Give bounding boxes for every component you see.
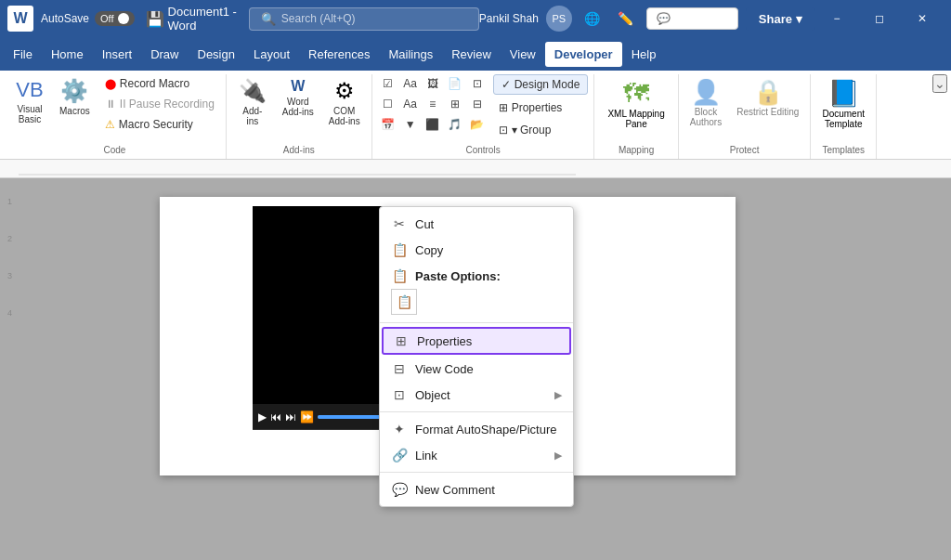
titlebar: W AutoSave Off 💾 Document1 - Word 🔍 Pank… (0, 0, 951, 37)
close-button[interactable]: ✕ (901, 4, 944, 33)
code-group-content: VB VisualBasic ⚙️ Macros ⬤ Record Macro … (9, 74, 220, 143)
ctrl-check-icon[interactable]: ☑ (378, 74, 398, 93)
menu-file[interactable]: File (4, 42, 42, 67)
menu-draw[interactable]: Draw (141, 42, 188, 67)
search-input[interactable] (281, 12, 467, 25)
pause-label: II Pause Recording (120, 98, 215, 111)
ctrl-date-icon[interactable]: 📅 (378, 115, 398, 134)
menu-review[interactable]: Review (442, 42, 501, 67)
ctrl-legacy-icon[interactable]: 📄 (445, 74, 465, 93)
properties-icon: ⊞ (499, 101, 508, 114)
design-mode-check: ✓ (502, 78, 511, 91)
user-name: Pankil Shah (479, 12, 539, 25)
ctrl-block-icon[interactable]: ⬛ (423, 115, 443, 134)
macros-label: Macros (59, 106, 90, 116)
fast-fwd-button[interactable]: ⏩ (300, 410, 314, 423)
addins-group-label: Add-ins (232, 143, 366, 159)
link-arrow: ▶ (554, 449, 562, 462)
ctrl-image-icon[interactable]: 🖼 (423, 74, 443, 93)
code-group-label: Code (9, 143, 220, 159)
macro-security-button[interactable]: ⚠ Macro Security (99, 115, 220, 134)
globe-icon[interactable]: 🌐 (580, 6, 606, 32)
menu-developer[interactable]: Developer (545, 42, 622, 67)
menu-help[interactable]: Help (622, 42, 666, 67)
ctx-properties[interactable]: ⊞ Properties (382, 327, 571, 355)
ctx-cut[interactable]: ✂ Cut (380, 211, 573, 237)
ctrl-text-icon[interactable]: Aa (400, 74, 421, 93)
templates-group-content: 📘 DocumentTemplate (816, 74, 870, 143)
ctrl-combo-icon[interactable]: ▼ (400, 115, 421, 134)
restore-button[interactable]: ◻ (858, 4, 901, 33)
menu-view[interactable]: View (501, 42, 545, 67)
minimize-button[interactable]: − (815, 4, 858, 33)
search-box[interactable]: 🔍 (249, 7, 479, 31)
doc-title: Document1 - Word (168, 5, 241, 33)
next-button[interactable]: ⏭ (285, 410, 296, 423)
menu-home[interactable]: Home (42, 42, 93, 67)
link-icon: 🔗 (391, 448, 408, 462)
ctrl-text2-icon[interactable]: Aa (400, 95, 421, 113)
com-addins-icon: ⚙ (334, 78, 355, 104)
visual-basic-button[interactable]: VB VisualBasic (9, 74, 50, 128)
ctrl-grid-icon[interactable]: ⊞ (445, 95, 465, 113)
xml-mapping-button[interactable]: 🗺 XML MappingPane (600, 74, 671, 133)
com-addins-button[interactable]: ⚙ COMAdd-ins (323, 74, 366, 130)
share-label: Share (759, 12, 792, 26)
pen-icon[interactable]: ✏️ (613, 6, 639, 32)
menu-references[interactable]: References (299, 42, 379, 67)
prev-button[interactable]: ⏮ (270, 410, 281, 423)
menu-design[interactable]: Design (189, 42, 244, 67)
titlebar-right: Pankil Shah PS 🌐 ✏️ 💬 Comments Share ▾ (479, 6, 815, 32)
record-macro-button[interactable]: ⬤ Record Macro (99, 74, 220, 93)
ctx-new-comment[interactable]: 💬 New Comment (380, 476, 573, 502)
properties-label: Properties (512, 101, 563, 114)
pause-recording-button[interactable]: ⏸ II Pause Recording (99, 95, 220, 113)
ctrl-extra1-icon[interactable]: ⊡ (467, 74, 488, 93)
ctrl-extra4-icon[interactable]: 📂 (467, 115, 488, 134)
group-button[interactable]: ⊡ ▾ Group (493, 121, 589, 139)
ctx-copy[interactable]: 📋 Copy (380, 237, 573, 263)
ctrl-check2-icon[interactable]: ☐ (378, 95, 398, 113)
menu-insert[interactable]: Insert (93, 42, 142, 67)
ctrl-extra2-icon[interactable]: ⊟ (467, 95, 488, 113)
addins-button[interactable]: 🔌 Add-ins (232, 74, 273, 130)
ctx-link[interactable]: 🔗 Link ▶ (380, 442, 573, 468)
document-area: 1234 ▶ ⏮ ⏭ ⏩ ✂ Cut 📋 Copy (0, 178, 951, 560)
macros-button[interactable]: ⚙️ Macros (54, 74, 96, 128)
ribbon-collapse-button[interactable]: ⌄ (932, 74, 947, 93)
menu-mailings[interactable]: Mailings (380, 42, 443, 67)
view-code-icon: ⊟ (391, 361, 408, 376)
autosave-toggle[interactable]: Off (95, 11, 134, 26)
properties-button[interactable]: ⊞ Properties (493, 98, 589, 117)
restrict-editing-label: Restrict Editing (736, 107, 799, 117)
word-addins-button[interactable]: W WordAdd-ins (277, 74, 319, 121)
restrict-editing-button[interactable]: 🔒 Restrict Editing (731, 74, 804, 121)
controls-group-label: Controls (378, 143, 589, 159)
play-button[interactable]: ▶ (258, 410, 267, 423)
paste-header-icon: 📋 (391, 268, 408, 283)
share-button[interactable]: Share ▾ (746, 7, 815, 31)
menu-layout[interactable]: Layout (244, 42, 299, 67)
paste-icon-box[interactable]: 📋 (391, 289, 417, 315)
separator-3 (380, 472, 573, 473)
ctx-properties-label: Properties (417, 334, 560, 348)
ctx-object[interactable]: ⊡ Object ▶ (380, 382, 573, 408)
document-template-button[interactable]: 📘 DocumentTemplate (816, 74, 870, 133)
ctx-object-label: Object (415, 388, 547, 402)
comments-button[interactable]: 💬 Comments (646, 7, 738, 30)
menubar: File Home Insert Draw Design Layout Refe… (0, 37, 951, 71)
user-avatar: PS (546, 6, 572, 32)
ctx-format-autoshape[interactable]: ✦ Format AutoShape/Picture (380, 416, 573, 442)
block-authors-button[interactable]: 👤 BlockAuthors (684, 74, 727, 131)
window-controls: − ◻ ✕ (815, 4, 944, 33)
ctrl-list-icon[interactable]: ≡ (423, 95, 443, 113)
design-mode-button[interactable]: ✓ Design Mode (493, 74, 589, 95)
addins-group-content: 🔌 Add-ins W WordAdd-ins ⚙ COMAdd-ins (232, 74, 366, 143)
ctrl-extra3-icon[interactable]: 🎵 (445, 115, 465, 134)
ribbon-group-mapping: 🗺 XML MappingPane Mapping (594, 74, 678, 159)
paste-options-row: 📋 (380, 285, 573, 319)
ctx-paste-options-label: Paste Options: (415, 269, 562, 283)
save-button[interactable]: 💾 (142, 6, 168, 32)
mapping-group-label: Mapping (600, 143, 671, 159)
ctx-view-code[interactable]: ⊟ View Code (380, 356, 573, 382)
